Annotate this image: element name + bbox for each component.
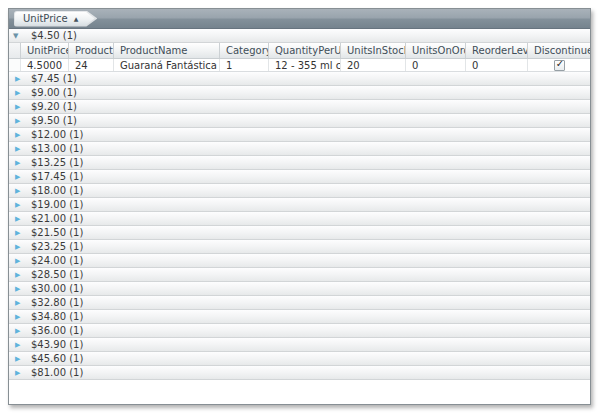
group-label: $43.90 (1) xyxy=(31,338,83,352)
group-row[interactable]: ▶$17.45 (1) xyxy=(9,170,590,184)
group-label: $32.80 (1) xyxy=(31,296,83,310)
expand-arrow-icon[interactable]: ▶ xyxy=(15,212,20,226)
group-row[interactable]: ▶$7.45 (1) xyxy=(9,72,590,86)
cell-value: 12 - 355 ml cans xyxy=(275,60,341,71)
group-row[interactable]: ▶$13.25 (1) xyxy=(9,156,590,170)
group-chip[interactable]: UnitPrice ▲ xyxy=(14,11,97,27)
column-header-label: ReorderLevel xyxy=(472,45,528,56)
group-label: $19.00 (1) xyxy=(31,198,83,212)
group-row[interactable]: ▶$34.80 (1) xyxy=(9,310,590,324)
group-row[interactable]: ▶$18.00 (1) xyxy=(9,184,590,198)
column-header-unitprice[interactable]: UnitPrice▲ xyxy=(21,43,69,58)
column-header-label: Discontinued xyxy=(534,45,590,56)
expand-arrow-icon[interactable]: ▶ xyxy=(15,156,20,170)
group-label: $9.20 (1) xyxy=(31,100,77,114)
group-row[interactable]: ▶$19.00 (1) xyxy=(9,198,590,212)
column-header-label: ProductID xyxy=(75,45,114,56)
expand-arrow-icon[interactable]: ▶ xyxy=(15,198,20,212)
column-header-label: ProductName xyxy=(120,45,187,56)
column-header-productname[interactable]: ProductName xyxy=(114,43,220,58)
expand-arrow-icon[interactable]: ▶ xyxy=(15,72,20,86)
group-row[interactable]: ▶$23.25 (1) xyxy=(9,240,590,254)
group-label: $36.00 (1) xyxy=(31,324,83,338)
expand-arrow-icon[interactable]: ▶ xyxy=(15,352,20,366)
group-row[interactable]: ▶$13.00 (1) xyxy=(9,142,590,156)
group-row[interactable]: ▶$36.00 (1) xyxy=(9,324,590,338)
group-row[interactable]: ▶$21.00 (1) xyxy=(9,212,590,226)
group-label: $18.00 (1) xyxy=(31,184,83,198)
group-row[interactable]: ▶$12.00 (1) xyxy=(9,128,590,142)
cell-value: 1 xyxy=(226,60,232,71)
expand-arrow-icon[interactable]: ▶ xyxy=(15,226,20,240)
group-row[interactable]: ▶$28.50 (1) xyxy=(9,268,590,282)
group-label: $9.00 (1) xyxy=(31,86,77,100)
data-row[interactable]: 4.500024Guaraná Fantástica112 - 355 ml c… xyxy=(9,59,590,72)
cell-quantityperunit: 12 - 355 ml cans xyxy=(269,59,341,71)
column-header-label: QuantityPerUnit xyxy=(275,45,341,56)
group-label: $21.50 (1) xyxy=(31,226,83,240)
column-header-row: UnitPrice▲ProductIDProductNameCategoryID… xyxy=(9,43,590,59)
group-row[interactable]: ▶$45.60 (1) xyxy=(9,352,590,366)
group-label: $24.00 (1) xyxy=(31,254,83,268)
column-header-categoryid[interactable]: CategoryID xyxy=(220,43,269,58)
group-row[interactable]: ▶$9.50 (1) xyxy=(9,114,590,128)
expand-arrow-icon[interactable]: ▶ xyxy=(15,268,20,282)
cell-value: 20 xyxy=(347,60,360,71)
cell-productid: 24 xyxy=(69,59,114,71)
group-row[interactable]: ▶$43.90 (1) xyxy=(9,338,590,352)
expand-arrow-icon[interactable]: ▶ xyxy=(15,282,20,296)
cell-unitprice: 4.5000 xyxy=(21,59,69,71)
cell-unitsonorder: 0 xyxy=(406,59,466,71)
column-header-discontinued[interactable]: Discontinued xyxy=(528,43,590,58)
group-row[interactable]: ▶$21.50 (1) xyxy=(9,226,590,240)
group-row[interactable]: ▶$30.00 (1) xyxy=(9,282,590,296)
cell-value: 4.5000 xyxy=(27,60,62,71)
collapse-arrow-icon[interactable]: ▼ xyxy=(13,29,18,43)
expand-arrow-icon[interactable]: ▶ xyxy=(15,142,20,156)
expand-arrow-icon[interactable]: ▶ xyxy=(15,100,20,114)
expand-arrow-icon[interactable]: ▶ xyxy=(15,366,20,380)
expand-arrow-icon[interactable]: ▶ xyxy=(15,240,20,254)
column-header-unitsinstock[interactable]: UnitsInStock xyxy=(341,43,406,58)
group-chip-label: UnitPrice xyxy=(23,13,68,24)
data-grid: UnitPrice ▲ ▼$4.50 (1)UnitPrice▲ProductI… xyxy=(8,8,591,405)
expand-arrow-icon[interactable]: ▶ xyxy=(15,184,20,198)
group-row[interactable]: ▶$81.00 (1) xyxy=(9,366,590,380)
column-header-quantityperunit[interactable]: QuantityPerUnit xyxy=(269,43,341,58)
group-row[interactable]: ▶$24.00 (1) xyxy=(9,254,590,268)
column-header-reorderlevel[interactable]: ReorderLevel xyxy=(466,43,528,58)
expand-arrow-icon[interactable]: ▶ xyxy=(15,128,20,142)
row-indicator-gutter xyxy=(9,59,21,71)
group-row[interactable]: ▶$9.20 (1) xyxy=(9,100,590,114)
cell-value: 24 xyxy=(75,60,88,71)
group-label: $45.60 (1) xyxy=(31,352,83,366)
group-by-panel[interactable]: UnitPrice ▲ xyxy=(9,9,590,29)
cell-categoryid: 1 xyxy=(220,59,269,71)
group-label: $30.00 (1) xyxy=(31,282,83,296)
group-label: $81.00 (1) xyxy=(31,366,83,380)
group-label: $12.00 (1) xyxy=(31,128,83,142)
group-label: $13.00 (1) xyxy=(31,142,83,156)
group-label: $23.25 (1) xyxy=(31,240,83,254)
cell-discontinued: ✓ xyxy=(528,59,590,71)
expand-arrow-icon[interactable]: ▶ xyxy=(15,254,20,268)
column-header-productid[interactable]: ProductID xyxy=(69,43,114,58)
column-header-label: UnitsInStock xyxy=(347,45,406,56)
expand-arrow-icon[interactable]: ▶ xyxy=(15,296,20,310)
group-row[interactable]: ▶$9.00 (1) xyxy=(9,86,590,100)
group-label: $9.50 (1) xyxy=(31,114,77,128)
discontinued-checkbox[interactable]: ✓ xyxy=(554,60,565,71)
expand-arrow-icon[interactable]: ▶ xyxy=(15,310,20,324)
expand-arrow-icon[interactable]: ▶ xyxy=(15,170,20,184)
chip-sort-ascending-icon: ▲ xyxy=(74,16,79,22)
expand-arrow-icon[interactable]: ▶ xyxy=(15,86,20,100)
expand-arrow-icon[interactable]: ▶ xyxy=(15,114,20,128)
column-header-label: UnitPrice xyxy=(27,45,69,56)
expand-arrow-icon[interactable]: ▶ xyxy=(15,338,20,352)
column-header-label: UnitsOnOrder xyxy=(412,45,466,56)
expand-arrow-icon[interactable]: ▶ xyxy=(15,324,20,338)
cell-unitsinstock: 20 xyxy=(341,59,406,71)
group-row[interactable]: ▶$32.80 (1) xyxy=(9,296,590,310)
group-row[interactable]: ▼$4.50 (1) xyxy=(9,29,590,43)
column-header-unitsonorder[interactable]: UnitsOnOrder xyxy=(406,43,466,58)
